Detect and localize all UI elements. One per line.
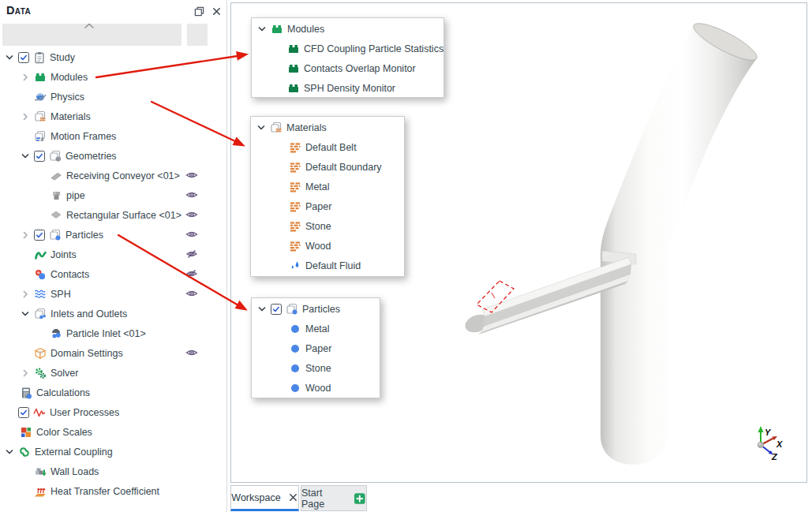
popup-item-label: Stone <box>305 221 331 232</box>
tree-item-sph[interactable]: SPH <box>0 284 227 304</box>
eye-visible-icon[interactable] <box>185 346 198 359</box>
chevron-right-icon[interactable] <box>21 290 30 299</box>
conveyor-icon <box>50 170 62 182</box>
tree-item-contacts[interactable]: Contacts <box>0 264 227 284</box>
tree-item-label: Geometries <box>65 151 117 162</box>
wall-loads-icon <box>34 465 47 478</box>
eye-hidden-icon[interactable] <box>185 248 198 260</box>
new-tab-plus-icon[interactable] <box>354 492 366 505</box>
close-panel-icon[interactable] <box>211 6 222 17</box>
tree-item-heat-transfer-coefficient[interactable]: Heat Transfer Coefficient <box>0 481 227 501</box>
bottom-tab-bar: Workspace Start Page <box>229 484 812 512</box>
eye-visible-icon[interactable] <box>185 169 198 181</box>
checkbox[interactable] <box>18 52 29 63</box>
popup-item-label: Wood <box>305 241 331 252</box>
tree-item-calculations[interactable]: Calculations <box>0 383 227 402</box>
tree-item-solver[interactable]: Solver <box>0 363 227 383</box>
popup-item-stone-particle[interactable]: Stone <box>252 358 380 378</box>
pipe-geometry <box>601 17 761 465</box>
float-panel-icon[interactable] <box>194 6 204 17</box>
close-tab-icon[interactable] <box>288 492 298 503</box>
popup-item-materials[interactable]: Materials <box>251 118 404 137</box>
popup-item-cfd-coupling[interactable]: CFD Coupling Particle Statistics <box>252 39 443 58</box>
tree-item-label: SPH <box>51 289 71 300</box>
collapse-caret-icon[interactable] <box>83 22 95 29</box>
tab-workspace[interactable]: Workspace <box>230 485 299 511</box>
popup-item-paper-material[interactable]: Paper <box>251 196 404 216</box>
tree-item-modules[interactable]: Modules <box>0 67 227 87</box>
chevron-right-icon[interactable] <box>21 73 30 82</box>
tree-item-particles[interactable]: Particles <box>0 225 227 245</box>
tree-item-rectangular-surface[interactable]: Rectangular Surface <01> <box>0 205 227 225</box>
tab-start-page[interactable]: Start Page <box>301 485 367 511</box>
popup-item-default-fluid[interactable]: Default Fluid <box>251 256 404 275</box>
particles-popup: Particles Metal Paper Stone Wood <box>251 297 380 398</box>
tree-item-study[interactable]: Study <box>0 47 227 67</box>
tree-item-motion-frames[interactable]: Motion Frames <box>0 126 227 146</box>
tree-item-joints[interactable]: Joints <box>0 245 227 264</box>
popup-item-wood-material[interactable]: Wood <box>251 236 404 256</box>
chevron-right-icon[interactable] <box>21 230 30 240</box>
particles-icon <box>49 229 62 241</box>
chevron-right-icon[interactable] <box>21 112 30 121</box>
popup-item-metal-particle[interactable]: Metal <box>252 319 380 338</box>
eye-visible-icon[interactable] <box>185 208 198 221</box>
chevron-down-icon[interactable] <box>256 123 266 133</box>
tree-item-label: Study <box>50 52 75 63</box>
tree-item-pipe[interactable]: pipe <box>0 185 227 205</box>
checkbox[interactable] <box>34 151 45 162</box>
checkbox[interactable] <box>18 407 29 418</box>
tree-item-receiving-conveyor[interactable]: Receiving Conveyor <01> <box>0 166 227 185</box>
tree-item-inlets-and-outlets[interactable]: Inlets and Outlets <box>0 304 227 323</box>
popup-item-label: Paper <box>305 343 331 354</box>
tree-item-materials[interactable]: Materials <box>0 107 227 126</box>
popup-item-particles[interactable]: Particles <box>252 299 380 319</box>
popup-item-label: Materials <box>286 122 327 133</box>
popup-item-paper-particle[interactable]: Paper <box>252 338 380 358</box>
solver-icon <box>34 367 47 379</box>
popup-item-default-belt[interactable]: Default Belt <box>251 137 404 157</box>
tree-item-color-scales[interactable]: Color Scales <box>0 422 227 442</box>
checkbox[interactable] <box>34 230 45 241</box>
popup-item-modules[interactable]: Modules <box>252 19 443 39</box>
tree-item-label: Heat Transfer Coefficient <box>51 486 159 497</box>
motion-frames-icon <box>34 130 47 143</box>
tree-item-label: Calculations <box>36 387 90 398</box>
tab-label: Workspace <box>231 492 280 503</box>
chevron-down-icon[interactable] <box>21 151 30 161</box>
particle-icon <box>289 342 301 355</box>
popup-item-metal-material[interactable]: Metal <box>251 177 404 196</box>
popup-item-default-boundary[interactable]: Default Boundary <box>251 157 404 177</box>
popup-item-stone-material[interactable]: Stone <box>251 216 404 236</box>
tree-item-geometries[interactable]: Geometries <box>0 146 227 166</box>
tree-item-domain-settings[interactable]: Domain Settings <box>0 343 227 363</box>
panel-filter-button[interactable] <box>187 24 208 46</box>
eye-hidden-icon[interactable] <box>185 267 198 280</box>
chevron-down-icon[interactable] <box>257 24 267 34</box>
popup-item-label: Contacts Overlap Monitor <box>304 63 416 74</box>
chevron-down-icon[interactable] <box>5 447 14 457</box>
popup-item-label: Stone <box>305 363 331 374</box>
tree-item-user-processes[interactable]: User Processes <box>0 402 227 422</box>
tree-item-physics[interactable]: Physics <box>0 87 227 107</box>
chevron-down-icon[interactable] <box>257 305 267 314</box>
joints-icon <box>34 249 47 261</box>
eye-visible-icon[interactable] <box>185 189 198 201</box>
tree-item-label: Color Scales <box>36 427 92 438</box>
tree-item-particle-inlet[interactable]: Particle Inlet <01> <box>0 323 227 343</box>
popup-item-contacts-overlap[interactable]: Contacts Overlap Monitor <box>252 58 443 78</box>
chevron-down-icon[interactable] <box>21 309 30 319</box>
eye-visible-icon[interactable] <box>185 287 198 300</box>
chevron-right-icon[interactable] <box>21 368 30 378</box>
user-processes-icon <box>33 406 46 419</box>
popup-item-sph-density[interactable]: SPH Density Monitor <box>252 78 443 98</box>
material-icon <box>289 200 301 213</box>
eye-visible-icon[interactable] <box>185 228 198 241</box>
domain-settings-icon <box>34 347 47 360</box>
checkbox[interactable] <box>271 304 282 315</box>
tree-item-external-coupling[interactable]: External Coupling <box>0 442 227 462</box>
popup-item-wood-particle[interactable]: Wood <box>252 378 380 398</box>
chevron-down-icon[interactable] <box>5 53 14 62</box>
tree-item-wall-loads[interactable]: Wall Loads <box>0 462 227 481</box>
axes-triad: Y X Z <box>758 426 783 462</box>
